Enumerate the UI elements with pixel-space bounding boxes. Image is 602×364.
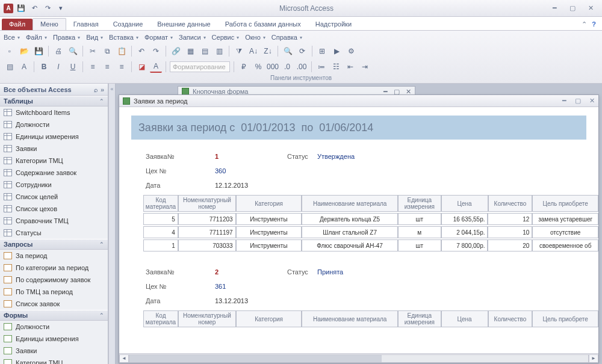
nav-item[interactable]: Switchboard Items [0, 106, 108, 119]
undo-icon[interactable]: ↶ [135, 45, 147, 57]
menu-file[interactable]: Файл [26, 34, 47, 41]
copy-icon[interactable]: ⧉ [101, 45, 113, 57]
comma-icon[interactable]: 000 [267, 61, 279, 73]
run-icon[interactable]: ▶ [330, 45, 343, 57]
nav-item[interactable]: Заявки [0, 143, 108, 155]
nav-item[interactable]: Должности [0, 321, 108, 333]
menu-edit[interactable]: Правка [53, 34, 80, 41]
tab-home[interactable]: Главная [66, 19, 106, 30]
formatting-dropdown[interactable]: Форматирование [170, 61, 230, 72]
dec-inc-icon[interactable]: .0 [281, 61, 293, 73]
preview-icon[interactable]: 🔍 [67, 45, 79, 57]
menu-view[interactable]: Вид [86, 34, 103, 41]
align-center-icon[interactable]: ≡ [101, 61, 113, 73]
link-icon[interactable]: 🔗 [170, 45, 182, 57]
scroll-thumb[interactable] [129, 355, 382, 362]
align-left-icon[interactable]: ≡ [87, 61, 99, 73]
italic-icon[interactable]: I [52, 61, 64, 73]
nav-item[interactable]: Статусы [0, 227, 108, 239]
minimize-button[interactable]: ━ [547, 3, 562, 14]
menu-records[interactable]: Записи [179, 34, 206, 41]
relations-icon[interactable]: ⊞ [316, 45, 328, 57]
nav-item[interactable]: Содержание заявок [0, 167, 108, 179]
form-icon[interactable]: ▤ [199, 45, 211, 57]
nav-item[interactable]: По содержимому заявок [0, 274, 108, 286]
nav-header[interactable]: Все объекты Access ⌕» [0, 84, 108, 96]
ribbon-expand-icon[interactable]: ⌃ [582, 20, 587, 28]
paste-icon[interactable]: 📋 [116, 45, 128, 57]
tab-create[interactable]: Создание [106, 19, 150, 30]
customize-qat-icon[interactable]: ▾ [55, 3, 66, 14]
scroll-track[interactable] [129, 354, 589, 363]
maximize-button[interactable]: ▢ [565, 3, 580, 14]
sort-asc-icon[interactable]: A↓ [247, 45, 259, 57]
menu-format[interactable]: Формат [144, 34, 173, 41]
nav-item[interactable]: Должности [0, 119, 108, 131]
save-icon[interactable]: 💾 [33, 45, 45, 57]
report-titlebar[interactable]: Заявки за период ━ ▢ ✕ [119, 95, 598, 107]
table-row[interactable]: 1703033ИнструментыФлюс сварочный АН-47шт… [143, 239, 598, 251]
menu-insert[interactable]: Вставка [109, 34, 138, 41]
nav-item[interactable]: По ТМЦ за период [0, 286, 108, 298]
fill-color-icon[interactable]: ◪ [135, 61, 147, 73]
nav-item[interactable]: Справочник ТМЦ [0, 215, 108, 227]
save-icon[interactable]: 💾 [16, 3, 26, 14]
nav-group-query[interactable]: Запросы⌃ [0, 239, 108, 250]
numbering-icon[interactable]: ☷ [330, 61, 342, 73]
close-button[interactable]: ✕ [583, 3, 598, 14]
nav-item[interactable]: Категории ТМЦ [0, 155, 108, 167]
bullets-icon[interactable]: ≔ [315, 61, 327, 73]
outdent-icon[interactable]: ⇤ [344, 61, 356, 73]
refresh-icon[interactable]: ⟳ [296, 45, 308, 57]
bold-icon[interactable]: B [38, 61, 50, 73]
horizontal-scrollbar[interactable]: ◄ ► [119, 353, 598, 363]
print-icon[interactable]: 🖨 [52, 45, 64, 57]
font-color-icon[interactable]: A [150, 61, 162, 73]
nav-item[interactable]: Заявки [0, 345, 108, 357]
menu-all[interactable]: Все [4, 34, 20, 41]
find-icon[interactable]: 🔍 [282, 45, 294, 57]
chevron-down-icon[interactable]: » [101, 86, 104, 93]
sort-desc-icon[interactable]: Z↓ [262, 45, 274, 57]
nav-item[interactable]: Список заявок [0, 298, 108, 310]
nav-item[interactable]: За период [0, 250, 108, 262]
nav-group-form[interactable]: Формы⌃ [0, 310, 108, 321]
tab-addins[interactable]: Надстройки [308, 19, 359, 30]
tab-menu[interactable]: Меню [33, 18, 66, 30]
nav-item[interactable]: Список целей [0, 191, 108, 203]
dec-dec-icon[interactable]: .00 [296, 61, 308, 73]
align-right-icon[interactable]: ≡ [116, 61, 128, 73]
options-icon[interactable]: ⚙ [345, 45, 357, 57]
open-icon[interactable]: 📂 [18, 45, 30, 57]
nav-item[interactable]: По категории за период [0, 262, 108, 274]
nav-item[interactable]: Единицы измерения [0, 333, 108, 345]
tab-file[interactable]: Файл [2, 19, 33, 30]
undo-icon[interactable]: ↶ [29, 3, 40, 14]
nav-item[interactable]: Сотрудники [0, 179, 108, 191]
report-icon[interactable]: ▥ [213, 45, 225, 57]
help-icon[interactable]: ? [592, 20, 596, 28]
nav-item[interactable]: Категории ТМЦ [0, 357, 108, 364]
filter-icon[interactable]: ⧩ [233, 45, 245, 57]
scroll-right-icon[interactable]: ► [589, 354, 598, 363]
tab-dbtools[interactable]: Работа с базами данных [218, 19, 308, 30]
redo-icon[interactable]: ↷ [42, 3, 53, 14]
indent-icon[interactable]: ⇥ [359, 61, 371, 73]
nav-item[interactable]: Единицы измерения [0, 131, 108, 143]
rpt-min-icon[interactable]: ━ [562, 97, 566, 105]
nav-item[interactable]: Список цехов [0, 203, 108, 215]
table-icon[interactable]: ▦ [184, 45, 196, 57]
cut-icon[interactable]: ✂ [87, 45, 99, 57]
search-icon[interactable]: ⌕ [94, 86, 98, 93]
view-icon[interactable]: ▤ [4, 61, 16, 73]
nav-collapse-bar[interactable]: « [108, 84, 116, 364]
table-row[interactable]: 47711197ИнструментыШланг стальной Z7м2 0… [143, 226, 598, 238]
font-icon[interactable]: A [18, 61, 30, 73]
percent-icon[interactable]: % [252, 61, 264, 73]
underline-icon[interactable]: U [67, 61, 79, 73]
rpt-close-icon[interactable]: ✕ [589, 97, 595, 105]
scroll-left-icon[interactable]: ◄ [119, 354, 129, 363]
rpt-max-icon[interactable]: ▢ [575, 97, 581, 105]
redo-icon[interactable]: ↷ [150, 45, 162, 57]
tab-external[interactable]: Внешние данные [150, 19, 217, 30]
